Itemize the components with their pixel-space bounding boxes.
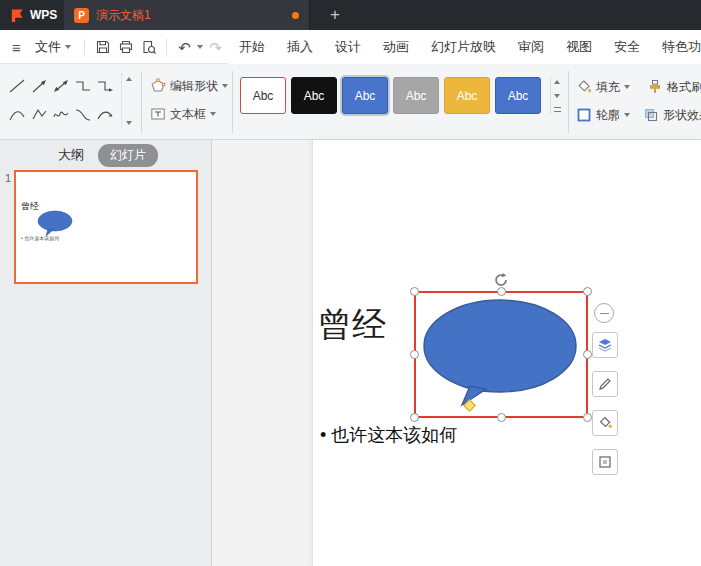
scroll-up-icon[interactable] [554, 80, 560, 84]
scribble-icon [52, 107, 70, 123]
tab-security[interactable]: 安全 [603, 30, 651, 64]
arrow-icon [30, 78, 48, 94]
presentation-file-icon: P [74, 8, 89, 23]
tab-design[interactable]: 设计 [324, 30, 372, 64]
double-arrow-tool[interactable] [50, 71, 72, 100]
scroll-down-icon[interactable] [554, 94, 560, 98]
resize-handle-e[interactable] [583, 350, 592, 359]
slide-title-textbox[interactable]: 曾经 [318, 302, 386, 348]
collapse-quick-toolbar-button[interactable] [594, 303, 614, 323]
shape-style-option-6[interactable]: Abc [495, 77, 541, 114]
tab-view[interactable]: 视图 [555, 30, 603, 64]
shape-style-option-1[interactable]: Abc [240, 77, 286, 114]
resize-handle-nw[interactable] [410, 287, 419, 296]
resize-handle-ne[interactable] [583, 287, 592, 296]
scroll-down-icon[interactable] [126, 121, 132, 125]
divider [141, 71, 142, 133]
freeform-icon [30, 107, 48, 123]
shape-selection-box[interactable] [414, 291, 588, 418]
resize-handle-w[interactable] [410, 350, 419, 359]
scroll-up-icon[interactable] [126, 77, 132, 81]
freeform-tool[interactable] [28, 100, 50, 129]
tab-slideshow[interactable]: 幻灯片放映 [420, 30, 507, 64]
new-tab-button[interactable]: + [322, 0, 348, 30]
shape-style-option-2[interactable]: Abc [291, 77, 337, 114]
shapes-gallery-scroll [121, 73, 135, 129]
print-preview-button[interactable] [138, 34, 159, 60]
quick-brush-button[interactable] [592, 371, 618, 397]
document-tab[interactable]: P 演示文稿1 [64, 0, 310, 30]
line-icon [8, 78, 26, 94]
expand-gallery-icon[interactable] [554, 107, 561, 112]
tab-animation[interactable]: 动画 [372, 30, 420, 64]
edit-shape-button[interactable]: 编辑形状 [150, 76, 228, 96]
redo-button[interactable]: ↷ [205, 34, 226, 60]
divider [232, 71, 233, 133]
format-painter-button[interactable]: 格式刷 [647, 77, 701, 97]
tab-special-features[interactable]: 特色功能 [651, 30, 701, 64]
curve-tool[interactable] [6, 100, 28, 129]
rotate-handle[interactable] [493, 272, 509, 288]
curved-arrow-connector-tool[interactable] [94, 100, 116, 129]
tab-outline[interactable]: 大纲 [58, 146, 84, 164]
unsaved-indicator-dot [292, 12, 299, 19]
shape-effects-icon [643, 107, 659, 123]
thumbnail-bullet-text: • 也许这本该如何 [21, 235, 59, 241]
shape-style-option-5[interactable]: Abc [444, 77, 490, 114]
elbow-connector-tool[interactable] [72, 71, 94, 100]
resize-handle-sw[interactable] [410, 413, 419, 422]
textbox-button[interactable]: 文本框 [150, 104, 216, 124]
scribble-tool[interactable] [50, 100, 72, 129]
slide-canvas: 曾经 • 也许这本该如何 [212, 140, 701, 566]
line-tool[interactable] [6, 71, 28, 100]
outline-button[interactable]: 轮廓 [576, 105, 630, 125]
resize-handle-se[interactable] [583, 413, 592, 422]
speech-bubble-shape[interactable] [420, 298, 584, 412]
quick-fill-button[interactable] [592, 410, 618, 436]
panel-tabs: 大纲 幻灯片 [0, 140, 211, 170]
fill-button[interactable]: 填充 [576, 77, 630, 97]
textbox-icon [150, 106, 166, 122]
fill-bucket-icon [597, 415, 613, 431]
shape-style-option-4[interactable]: Abc [393, 77, 439, 114]
slide-number: 1 [5, 172, 11, 184]
slide-bullet-textbox[interactable]: • 也许这本该如何 [320, 423, 457, 447]
undo-dropdown-icon[interactable] [197, 45, 203, 49]
slide-thumbnail-1[interactable]: 曾经 • 也许这本该如何 [14, 170, 198, 284]
save-button[interactable] [92, 34, 113, 60]
shape-style-option-3-selected[interactable]: Abc [342, 77, 388, 114]
print-preview-icon [141, 39, 157, 55]
hamburger-menu-icon[interactable]: ≡ [6, 34, 27, 60]
chevron-down-icon [624, 85, 630, 89]
elbow-arrow-connector-tool[interactable] [94, 71, 116, 100]
undo-button[interactable]: ↶ [174, 34, 195, 60]
resize-handle-n[interactable] [497, 287, 506, 296]
slides-panel: 大纲 幻灯片 1 曾经 • 也许这本该如何 [0, 140, 212, 566]
chevron-down-icon [210, 112, 216, 116]
chevron-down-icon [222, 84, 228, 88]
tab-insert[interactable]: 插入 [276, 30, 324, 64]
ribbon-tabs: 开始 插入 设计 动画 幻灯片放映 审阅 视图 安全 特色功能 [228, 30, 701, 64]
thumbnail-speech-bubble-shape [36, 210, 76, 238]
tab-home[interactable]: 开始 [228, 30, 276, 64]
curve-icon [8, 107, 26, 123]
elbow-connector-icon [74, 78, 92, 94]
curved-connector-tool[interactable] [72, 100, 94, 129]
style-gallery-scroll [550, 77, 563, 114]
quick-frame-button[interactable] [592, 449, 618, 475]
wps-menu-button[interactable]: WPS [0, 0, 67, 30]
edit-shape-icon [150, 78, 166, 94]
tab-review[interactable]: 审阅 [507, 30, 555, 64]
divider [166, 39, 167, 55]
quick-layers-button[interactable] [592, 332, 618, 358]
tab-slides-active[interactable]: 幻灯片 [98, 144, 158, 167]
textbox-label: 文本框 [170, 106, 206, 123]
edit-shape-label: 编辑形状 [170, 78, 218, 95]
elbow-arrow-connector-icon [96, 78, 114, 94]
resize-handle-s[interactable] [497, 413, 506, 422]
file-menu-label: 文件 [35, 38, 61, 56]
shape-effects-button[interactable]: 形状效果 [643, 105, 701, 125]
arrow-tool[interactable] [28, 71, 50, 100]
file-menu-button[interactable]: 文件 [29, 38, 77, 56]
print-button[interactable] [115, 34, 136, 60]
